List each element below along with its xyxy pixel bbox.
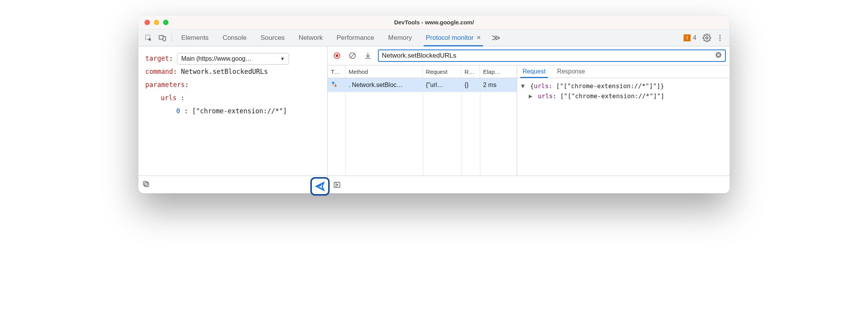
row-method: Network.setBloc… <box>352 82 403 88</box>
detail-body: ▼ {urls: ["["chrome-extension://*"]"]} ▶… <box>517 78 730 104</box>
collapse-icon[interactable]: ▶ <box>529 91 534 101</box>
sent-received-icon <box>328 81 345 89</box>
tab-console[interactable]: Console <box>216 29 254 46</box>
send-command-button[interactable] <box>310 177 330 196</box>
prop-name: urls <box>538 92 553 100</box>
expand-icon[interactable]: ▼ <box>521 81 526 91</box>
log-pane: Network.setBlockedURLs T… Method Request… <box>328 46 730 193</box>
filter-input[interactable]: Network.setBlockedURLs <box>378 49 726 62</box>
parameters-label: parameters <box>145 81 185 89</box>
prop-value: ["["chrome-extension://*"]"] <box>556 82 660 90</box>
titlebar: DevTools - www.google.com/ <box>138 15 730 29</box>
log-header-row: T… Method Request R… Elap… <box>328 65 517 78</box>
tab-sources[interactable]: Sources <box>254 29 291 46</box>
urls-label: urls <box>161 94 177 102</box>
tree-row[interactable]: ▼ {urls: ["["chrome-extension://*"]"]} <box>521 81 726 91</box>
detail-tab-label: Request <box>523 68 546 75</box>
command-editor-pane: target: Main (https://www.goog… ▼ comman… <box>138 46 328 193</box>
target-value: Main (https://www.goog… <box>181 53 252 65</box>
save-icon[interactable] <box>363 50 373 61</box>
editor-footer <box>138 176 327 193</box>
tab-elements[interactable]: Elements <box>174 29 216 46</box>
issues-count: 4 <box>693 34 696 41</box>
row-elapsed: 2 ms <box>480 82 515 89</box>
svg-rect-10 <box>336 55 339 57</box>
tab-label: Sources <box>260 34 284 42</box>
separator <box>172 33 172 43</box>
select-chevron-icon: ▼ <box>280 54 285 63</box>
tab-memory[interactable]: Memory <box>381 29 419 46</box>
tab-label: Performance <box>337 34 374 42</box>
device-toggle-icon[interactable] <box>155 34 169 42</box>
col-response[interactable]: R… <box>461 65 480 78</box>
detail-tabs: Request Response <box>517 65 730 78</box>
svg-rect-8 <box>143 181 147 185</box>
tab-label: Console <box>223 34 247 42</box>
svg-line-12 <box>351 54 354 58</box>
command-form: target: Main (https://www.goog… ▼ comman… <box>138 46 327 176</box>
prop-value: ["["chrome-extension://*"]"] <box>560 92 664 100</box>
svg-rect-7 <box>145 182 149 186</box>
tab-label: Memory <box>388 34 412 42</box>
log-toolbar: Network.setBlockedURLs <box>328 46 730 65</box>
tab-performance[interactable]: Performance <box>330 29 381 46</box>
window-title: DevTools - www.google.com/ <box>138 19 730 26</box>
copy-icon[interactable] <box>142 180 150 189</box>
details-panel: Request Response ▼ {urls: ["["chrome-ext… <box>517 65 730 176</box>
tab-label: Protocol monitor <box>426 34 474 42</box>
tab-network[interactable]: Network <box>292 29 330 46</box>
more-options-icon[interactable] <box>713 34 727 42</box>
index-0-value[interactable]: ["chrome-extension://*"] <box>192 107 287 115</box>
target-select[interactable]: Main (https://www.goog… ▼ <box>177 53 289 65</box>
log-split: T… Method Request R… Elap… .Network.setB… <box>328 65 730 176</box>
svg-point-3 <box>706 37 708 39</box>
col-method[interactable]: Method <box>345 65 423 78</box>
row-response: {} <box>461 82 480 89</box>
devtools-window: DevTools - www.google.com/ Elements Cons… <box>138 15 730 193</box>
svg-point-4 <box>719 35 720 36</box>
panel-tabs: Elements Console Sources Network Perform… <box>174 29 488 46</box>
toggle-left-pane-icon[interactable] <box>332 179 342 190</box>
index-0-label: 0 <box>176 107 180 115</box>
filter-value: Network.setBlockedURLs <box>382 52 712 60</box>
main-toolbar: Elements Console Sources Network Perform… <box>138 29 730 46</box>
command-label: command <box>145 68 173 75</box>
clear-icon[interactable] <box>347 50 358 61</box>
clear-filter-icon[interactable] <box>715 51 722 60</box>
command-value[interactable]: Network.setBlockedURLs <box>181 68 268 75</box>
prop-name: urls <box>534 82 549 90</box>
log-empty-area <box>328 92 517 176</box>
tab-label: Network <box>299 34 323 42</box>
close-tab-icon[interactable]: × <box>477 34 481 42</box>
log-table: T… Method Request R… Elap… .Network.setB… <box>328 65 517 176</box>
settings-icon[interactable] <box>700 34 713 42</box>
row-request: {"url… <box>423 82 461 89</box>
svg-point-5 <box>719 37 720 38</box>
panel-body: target: Main (https://www.goog… ▼ comman… <box>138 46 730 193</box>
log-footer <box>328 176 730 193</box>
svg-rect-2 <box>163 36 166 41</box>
svg-point-6 <box>719 39 720 41</box>
warning-icon: ! <box>684 34 691 41</box>
tab-protocol-monitor[interactable]: Protocol monitor × <box>419 29 488 46</box>
detail-tab-response[interactable]: Response <box>555 65 587 78</box>
detail-tab-label: Response <box>557 68 585 75</box>
inspect-element-icon[interactable] <box>141 34 155 42</box>
tab-label: Elements <box>181 34 209 42</box>
more-tabs-icon[interactable]: ≫ <box>488 33 504 43</box>
detail-tab-request[interactable]: Request <box>520 65 548 78</box>
target-label: target <box>145 55 169 62</box>
tree-row[interactable]: ▶ urls: ["["chrome-extension://*"]"] <box>521 91 726 101</box>
col-request[interactable]: Request <box>423 65 461 78</box>
record-icon[interactable] <box>332 50 342 61</box>
col-type[interactable]: T… <box>328 65 345 78</box>
col-elapsed[interactable]: Elap… <box>480 65 515 78</box>
issues-counter[interactable]: ! 4 <box>684 34 696 41</box>
log-row[interactable]: .Network.setBloc… {"url… {} 2 ms <box>328 78 517 92</box>
